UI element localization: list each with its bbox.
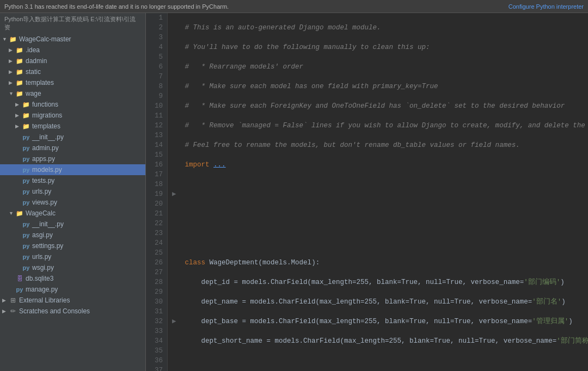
python-file-icon: py <box>22 220 30 228</box>
tree-item-settings[interactable]: py settings.py <box>0 240 145 251</box>
warning-message: Python 3.1 has reached its end-of-life d… <box>4 3 229 10</box>
tree-item-wage[interactable]: ▼ 📁 wage <box>0 88 145 99</box>
expand-arrow: ▶ <box>2 298 9 303</box>
tree-item-init-py[interactable]: py __init__.py <box>0 132 145 143</box>
tree-item-wc-urls[interactable]: py urls.py <box>0 251 145 262</box>
tree-item-manage-py[interactable]: py manage.py <box>0 284 145 295</box>
tree-item-asgi[interactable]: py asgi.py <box>0 230 145 240</box>
expand-arrow: ▶ <box>15 123 22 129</box>
folder-icon: 📁 <box>15 79 24 86</box>
project-sidebar: Python导入数据计算工资系统码 E:\引流资料\引流资 ▼ 📁 WageCa… <box>0 13 146 371</box>
folder-icon: 📁 <box>22 122 30 130</box>
tree-item-functions[interactable]: ▶ 📁 functions <box>0 99 145 110</box>
python-file-icon: py <box>22 253 30 261</box>
tree-item-templates-wage[interactable]: ▶ 📁 templates <box>0 121 145 132</box>
folder-icon: 📁 <box>15 68 24 76</box>
code-text[interactable]: # This is an auto-generated Django model… <box>181 13 588 371</box>
tree-item-urls-py[interactable]: py urls.py <box>0 186 145 197</box>
folder-icon: 📁 <box>15 46 24 54</box>
python-file-icon: py <box>22 199 30 206</box>
tree-item-wc-init[interactable]: py __init__.py <box>0 219 145 230</box>
tree-item-wsgi[interactable]: py wsgi.py <box>0 262 145 273</box>
tree-item-models-py[interactable]: py models.py <box>0 164 145 175</box>
folder-open-icon: 📁 <box>15 90 24 97</box>
configure-interpreter-link[interactable]: Configure Python interpreter <box>509 3 584 10</box>
tree-item-tests-py[interactable]: py tests.py <box>0 175 145 186</box>
expand-arrow: ▶ <box>9 80 15 85</box>
folder-open-icon: 📁 <box>9 35 17 43</box>
tree-item-external[interactable]: ▶ ⊞ External Libraries <box>0 295 145 306</box>
expand-arrow: ▶ <box>2 308 9 314</box>
expand-arrow: ▼ <box>2 36 9 42</box>
folder-open-icon: 📁 <box>15 209 24 217</box>
python-file-icon: py <box>22 144 30 152</box>
python-file-icon: py <box>22 242 30 250</box>
python-file-icon: py <box>22 188 30 195</box>
tree-item-wagecalc-master[interactable]: ▼ 📁 WageCalc-master <box>0 34 145 45</box>
expand-arrow: ▶ <box>9 69 15 75</box>
external-libraries-icon: ⊞ <box>9 296 17 304</box>
folder-icon: 📁 <box>22 101 30 108</box>
tree-item-db-sqlite3[interactable]: 🗄 db.sqlite3 <box>0 273 145 284</box>
tree-item-admin-py[interactable]: py admin.py <box>0 143 145 153</box>
python-file-icon: py <box>22 155 30 163</box>
expand-arrow: ▶ <box>9 47 15 53</box>
python-file-icon: py <box>22 264 30 271</box>
python-file-icon: py <box>22 177 30 184</box>
code-view[interactable]: 12345 678910 1112131415 1617181920 21222… <box>146 13 588 371</box>
db-icon: 🗄 <box>15 275 24 282</box>
tree-item-templates-root[interactable]: ▶ 📁 templates <box>0 77 145 88</box>
gutter: ▶ ▶ <box>168 13 181 371</box>
line-numbers: 12345 678910 1112131415 1617181920 21222… <box>146 13 168 371</box>
expand-arrow: ▶ <box>9 58 15 64</box>
expand-arrow: ▶ <box>15 113 22 118</box>
scratches-icon: ✏ <box>9 307 17 315</box>
expand-arrow: ▶ <box>15 102 22 107</box>
tree-item-apps-py[interactable]: py apps.py <box>0 153 145 164</box>
expand-arrow: ▼ <box>9 211 15 216</box>
tree-item-static[interactable]: ▶ 📁 static <box>0 66 145 77</box>
expand-arrow: ▼ <box>9 91 15 96</box>
python-file-icon: py <box>22 166 30 174</box>
tree-item-idea[interactable]: ▶ 📁 .idea <box>0 45 145 55</box>
tree-item-views-py[interactable]: py views.py <box>0 197 145 208</box>
python-file-icon: py <box>15 286 24 293</box>
warning-bar: Python 3.1 has reached its end-of-life d… <box>0 0 588 13</box>
sidebar-title: Python导入数据计算工资系统码 E:\引流资料\引流资 <box>0 13 145 34</box>
tree-item-migrations[interactable]: ▶ 📁 migrations <box>0 110 145 121</box>
python-file-icon: py <box>22 231 30 239</box>
tree-item-wagecalc[interactable]: ▼ 📁 WageCalc <box>0 208 145 219</box>
tree-item-scratches[interactable]: ▶ ✏ Scratches and Consoles <box>0 306 145 317</box>
code-editor: 12345 678910 1112131415 1617181920 21222… <box>146 13 588 371</box>
folder-icon: 📁 <box>15 57 24 65</box>
tree-item-dadmin[interactable]: ▶ 📁 dadmin <box>0 55 145 66</box>
folder-icon: 📁 <box>22 112 30 119</box>
python-file-icon: py <box>22 133 30 141</box>
